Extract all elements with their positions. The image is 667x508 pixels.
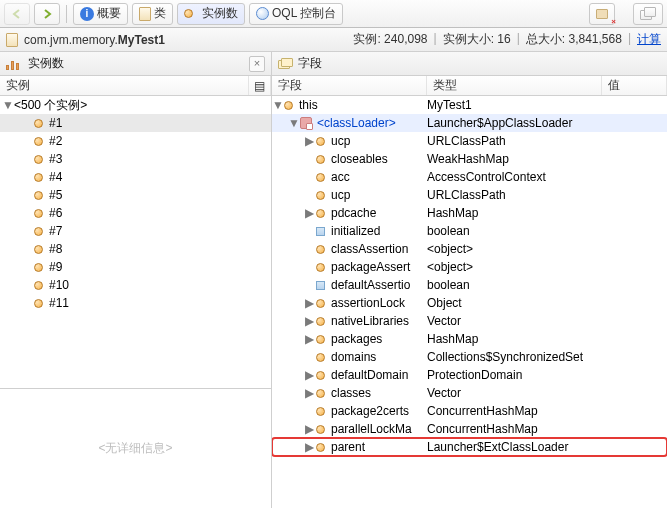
instance-row[interactable]: #4	[0, 168, 271, 186]
classes-label: 类	[154, 5, 166, 22]
instance-row[interactable]: #5	[0, 186, 271, 204]
field-row[interactable]: ▶parallelLockMaConcurrentHashMap	[272, 420, 667, 438]
field-row[interactable]: initializedboolean	[272, 222, 667, 240]
field-row[interactable]: ▶packagesHashMap	[272, 330, 667, 348]
field-type: <object>	[427, 260, 602, 274]
chevron-right-icon[interactable]: ▶	[304, 314, 314, 328]
field-row[interactable]: ▶assertionLockObject	[272, 294, 667, 312]
field-row[interactable]: domainsCollections$SynchronizedSet	[272, 348, 667, 366]
instance-label: #2	[49, 134, 62, 148]
field-type: Launcher$ExtClassLoader	[427, 440, 602, 454]
field-row[interactable]: packageAssert<object>	[272, 258, 667, 276]
field-row[interactable]: closeablesWeakHashMap	[272, 150, 667, 168]
chevron-down-icon[interactable]: ▼	[288, 116, 298, 130]
chevron-right-icon[interactable]: ▶	[304, 332, 314, 346]
instance-label: #8	[49, 242, 62, 256]
views-button[interactable]	[633, 3, 663, 25]
classes-icon	[139, 7, 151, 21]
instance-row[interactable]: #8	[0, 240, 271, 258]
back-button[interactable]	[4, 3, 30, 25]
field-name: this	[299, 98, 318, 112]
oql-button[interactable]: OQL 控制台	[249, 3, 343, 25]
chevron-down-icon[interactable]: ▼	[272, 98, 282, 112]
field-row[interactable]: accAccessControlContext	[272, 168, 667, 186]
field-name: ucp	[331, 188, 350, 202]
instance-label: #9	[49, 260, 62, 274]
field-type: ProtectionDomain	[427, 368, 602, 382]
field-row[interactable]: ucpURLClassPath	[272, 186, 667, 204]
panel-close-button[interactable]: ×	[249, 56, 265, 72]
field-type: Launcher$AppClassLoader	[427, 116, 602, 130]
bullet-icon	[316, 299, 325, 308]
instance-row[interactable]: #2	[0, 132, 271, 150]
field-row[interactable]: ▼thisMyTest1	[272, 96, 667, 114]
field-row[interactable]: ▶defaultDomainProtectionDomain	[272, 366, 667, 384]
instance-row[interactable]: #9	[0, 258, 271, 276]
field-name: classes	[331, 386, 371, 400]
chevron-right-icon[interactable]: ▶	[304, 422, 314, 436]
field-row[interactable]: ▶parentLauncher$ExtClassLoader	[272, 438, 667, 456]
instances-label: 实例数	[202, 5, 238, 22]
chevron-right-icon[interactable]: ▶	[304, 206, 314, 220]
field-type: Vector	[427, 386, 602, 400]
class-path: com.jvm.memory.MyTest1	[24, 33, 165, 47]
instance-row[interactable]: #10	[0, 276, 271, 294]
chevron-right-icon[interactable]: ▶	[304, 386, 314, 400]
fields-tree[interactable]: ▼thisMyTest1▼<classLoader>Launcher$AppCl…	[272, 96, 667, 508]
field-row[interactable]: ▶nativeLibrariesVector	[272, 312, 667, 330]
stack-icon	[640, 7, 656, 21]
field-type: HashMap	[427, 332, 602, 346]
overview-button[interactable]: i 概要	[73, 3, 128, 25]
field-type: MyTest1	[427, 98, 602, 112]
bullet-icon	[34, 245, 43, 254]
primitive-icon	[316, 281, 325, 290]
stats: 实例: 240,098 | 实例大小: 16 | 总大小: 3,841,568 …	[353, 31, 661, 48]
field-row[interactable]: classAssertion<object>	[272, 240, 667, 258]
chevron-right-icon[interactable]: ▶	[304, 368, 314, 382]
chevron-right-icon[interactable]: ▶	[304, 296, 314, 310]
instances-tree[interactable]: ▼<500 个实例>#1#2#3#4#5#6#7#8#9#10#11	[0, 96, 271, 388]
field-column-header[interactable]: 字段	[278, 77, 302, 94]
field-name: parallelLockMa	[331, 422, 412, 436]
class-file-icon	[6, 33, 18, 47]
forward-button[interactable]	[34, 3, 60, 25]
chevron-right-icon[interactable]: ▶	[304, 440, 314, 454]
field-row[interactable]: defaultAssertioboolean	[272, 276, 667, 294]
instance-row[interactable]: #6	[0, 204, 271, 222]
field-type: URLClassPath	[427, 188, 602, 202]
instance-label: #3	[49, 152, 62, 166]
bullet-icon	[34, 263, 43, 272]
field-row[interactable]: ▶classesVector	[272, 384, 667, 402]
instances-panel: 实例数 × 实例 ▤ ▼<500 个实例>#1#2#3#4#5#6#7#8#9#…	[0, 52, 272, 508]
instance-row[interactable]: #11	[0, 294, 271, 312]
instance-row[interactable]: #1	[0, 114, 271, 132]
remove-module-button[interactable]: ×	[589, 3, 615, 25]
instances-button[interactable]: 实例数	[177, 3, 245, 25]
primitive-icon	[316, 227, 325, 236]
field-name: acc	[331, 170, 350, 184]
field-name: package2certs	[331, 404, 409, 418]
instances-column-header[interactable]: 实例	[6, 77, 30, 94]
type-column-header[interactable]: 类型	[433, 77, 457, 94]
bullet-icon	[284, 101, 293, 110]
field-row[interactable]: ▼<classLoader>Launcher$AppClassLoader	[272, 114, 667, 132]
field-name: initialized	[331, 224, 380, 238]
instances-root-row[interactable]: ▼<500 个实例>	[0, 96, 271, 114]
class-name: MyTest1	[118, 33, 165, 47]
field-row[interactable]: ▶ucpURLClassPath	[272, 132, 667, 150]
chevron-right-icon[interactable]: ▶	[304, 134, 314, 148]
instance-row[interactable]: #3	[0, 150, 271, 168]
bullet-icon	[316, 209, 325, 218]
overview-label: 概要	[97, 5, 121, 22]
calc-link[interactable]: 计算	[637, 31, 661, 48]
classes-button[interactable]: 类	[132, 3, 173, 25]
field-name: packageAssert	[331, 260, 410, 274]
field-row[interactable]: ▶pdcacheHashMap	[272, 204, 667, 222]
value-column-header[interactable]: 值	[608, 77, 620, 94]
instance-row[interactable]: #7	[0, 222, 271, 240]
field-name: assertionLock	[331, 296, 405, 310]
column-config-button[interactable]: ▤	[249, 76, 271, 95]
bullet-icon	[34, 137, 43, 146]
instances-label: 实例: 240,098	[353, 31, 427, 48]
field-row[interactable]: package2certsConcurrentHashMap	[272, 402, 667, 420]
